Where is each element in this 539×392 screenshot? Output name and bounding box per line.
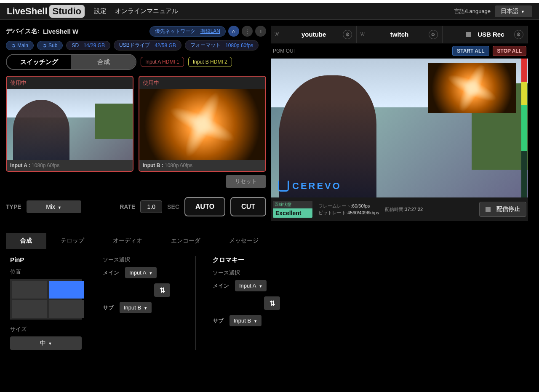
chroma-source-label: ソース選択 (213, 269, 288, 277)
tab-compose[interactable]: 合成 (6, 233, 46, 249)
input-b-badge: Input B HDMI 2 (188, 57, 232, 67)
rate-input[interactable] (140, 200, 162, 213)
pinp-size-label: サイズ (10, 325, 86, 333)
duration: 配信時間:37:27:22 (385, 206, 423, 213)
pinp-title: PinP (10, 256, 86, 263)
gear-icon[interactable]: ⚙ (429, 30, 438, 39)
tab-telop[interactable]: テロップ (46, 233, 99, 249)
type-select[interactable]: Mix (27, 200, 81, 213)
stop-all-button[interactable]: STOP ALL (493, 46, 526, 56)
pinp-main-select[interactable]: Input A (125, 267, 157, 278)
pinp-sub-label: サブ (103, 304, 114, 312)
app-header: LiveShell Studio 設定 オンラインマニュアル 言語/Langua… (0, 3, 539, 20)
mode-compose[interactable]: 合成 (71, 55, 136, 69)
logo-text-2: Studio (49, 5, 85, 18)
chroma-sub-select[interactable]: Input B (229, 315, 261, 326)
preview-b-image (139, 89, 265, 160)
connection-status: 回線状態 Excellent (273, 201, 312, 218)
dest-youtube[interactable]: 'A' youtube ⚙ (271, 26, 357, 43)
nav-manual[interactable]: オンラインマニュアル (115, 7, 178, 15)
pinp-section: PinP 位置 サイズ 中 (10, 256, 86, 350)
preview-input-a[interactable]: 使用中 Input A : 1080p 60fps (6, 76, 133, 172)
logo-text-1: LiveShell (7, 6, 48, 17)
app-logo: LiveShell Studio (7, 5, 85, 18)
type-label: TYPE (6, 203, 21, 210)
chroma-title: クロマキー (213, 256, 288, 264)
signal-icon: ⫾ (255, 26, 266, 37)
tab-encoder[interactable]: エンコーダ (157, 233, 215, 249)
preview-a-image (7, 89, 133, 160)
priority-network-value[interactable]: 有線LAN (200, 28, 220, 35)
destination-tabs: 'A' youtube ⚙ 'A' twitch ⚙ USB Rec ⚙ (271, 26, 528, 43)
pinp-pos-label: 位置 (10, 268, 86, 276)
pinp-source-label: ソース選択 (103, 256, 179, 264)
pinp-size-select[interactable]: 中 (10, 336, 82, 350)
device-name-label: デバイス名: (6, 27, 40, 35)
audio-meter (521, 59, 527, 197)
stream-stats: フレームレート:60/60fps ビットレート:4560/4096kbps (318, 203, 379, 216)
input-a-badge: Input A HDMI 1 (141, 57, 184, 67)
pos-top-left[interactable] (12, 281, 47, 299)
sub-stream-pill[interactable]: ➲Sub (37, 41, 63, 50)
stop-icon (466, 32, 471, 37)
pinp-sub-select[interactable]: Input B (120, 302, 152, 313)
preview-input-b[interactable]: 使用中 Input B : 1080p 60fps (139, 76, 266, 172)
pinp-source-section: ソース選択 メイン Input A ⇅ サブ Input B (103, 256, 179, 350)
home-icon[interactable]: ⌂ (228, 26, 239, 37)
main-stream-pill[interactable]: ➲Main (6, 41, 34, 50)
bottom-tabs: 合成 テロップ オーディオ エンコーダ メッセージ (6, 233, 533, 249)
chromakey-section: クロマキー ソース選択 メイン Input A ⇅ サブ Input B (213, 256, 288, 350)
in-use-tag-b: 使用中 (139, 77, 265, 89)
chroma-main-label: メイン (213, 282, 229, 290)
format-pill[interactable]: フォーマット 1080p 60fps (185, 40, 259, 51)
chroma-sub-label: サブ (213, 317, 224, 325)
cerevo-icon (278, 181, 289, 192)
rate-label: RATE (120, 203, 135, 210)
language-select[interactable]: 日本語 (495, 5, 532, 17)
dest-usbrec[interactable]: USB Rec ⚙ (443, 26, 528, 43)
auto-button[interactable]: AUTO (184, 197, 225, 216)
nav-settings[interactable]: 設定 (94, 7, 107, 15)
mode-switching[interactable]: スイッチング (7, 55, 71, 69)
sd-pill[interactable]: SD 14/29 GB (66, 41, 110, 50)
language-label: 言語/Language (454, 8, 491, 15)
stop-icon (486, 207, 491, 212)
in-use-tag-a: 使用中 (7, 77, 133, 89)
device-name-value: LiveShell W (43, 28, 78, 35)
swap-icon[interactable]: ⇅ (154, 283, 170, 297)
pgm-preview: CEREVO (271, 59, 528, 197)
reset-button[interactable]: リセット (226, 175, 266, 188)
pinp-position-grid (10, 279, 82, 320)
priority-network-pill[interactable]: 優先ネットワーク 有線LAN (149, 26, 226, 37)
tab-audio[interactable]: オーディオ (99, 233, 157, 249)
start-all-button[interactable]: START ALL (452, 46, 489, 56)
gear-icon[interactable]: ⚙ (343, 30, 352, 39)
dest-twitch[interactable]: 'A' twitch ⚙ (357, 26, 442, 43)
tab-message[interactable]: メッセージ (215, 233, 273, 249)
rate-unit: SEC (167, 203, 179, 210)
pgm-out-label: PGM OUT (273, 48, 296, 54)
stop-stream-button[interactable]: 配信停止 (479, 202, 526, 217)
cut-button[interactable]: CUT (230, 197, 266, 216)
pos-bottom-left[interactable] (12, 300, 47, 318)
mode-toggle: スイッチング 合成 (6, 54, 136, 70)
cerevo-watermark: CEREVO (278, 181, 342, 192)
pos-bottom-right[interactable] (49, 300, 84, 318)
pip-overlay (428, 63, 516, 113)
swap-icon[interactable]: ⇅ (264, 296, 280, 310)
wifi-icon: ⋮ (242, 26, 253, 37)
chroma-main-select[interactable]: Input A (235, 280, 267, 291)
pinp-main-label: メイン (103, 269, 119, 277)
usb-pill[interactable]: USBドライブ 42/58 GB (114, 40, 181, 51)
pos-top-right[interactable] (49, 281, 84, 299)
gear-icon[interactable]: ⚙ (514, 30, 523, 39)
